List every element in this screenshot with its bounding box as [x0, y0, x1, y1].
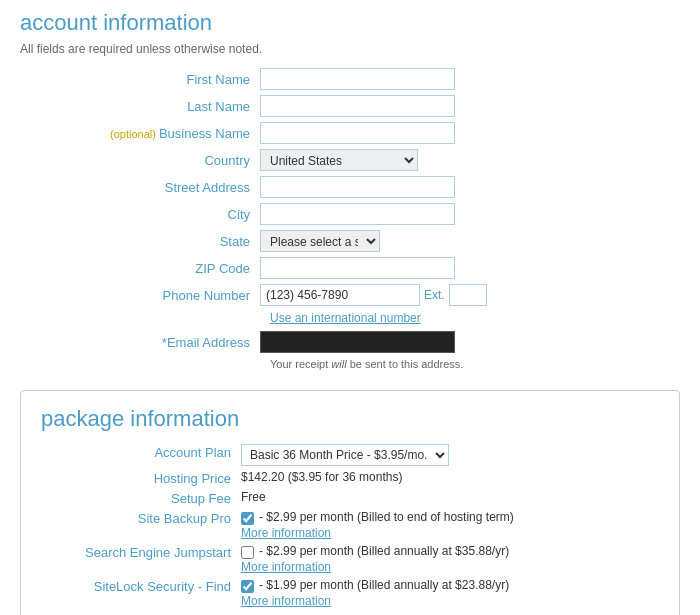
search-engine-label: Search Engine Jumpstart [41, 544, 241, 560]
state-row: State Please select a state [20, 230, 680, 252]
city-row: City [20, 203, 680, 225]
setup-fee-row: Setup Fee Free [41, 490, 659, 506]
sitelock-label: SiteLock Security - Find [41, 578, 241, 594]
country-select[interactable]: United States [260, 149, 418, 171]
email-address-label: *Email Address [20, 335, 260, 350]
country-row: Country United States [20, 149, 680, 171]
street-address-input[interactable] [260, 176, 455, 198]
search-engine-text: - $2.99 per month (Billed annually at $3… [259, 544, 509, 558]
site-backup-row: Site Backup Pro - $2.99 per month (Bille… [41, 510, 659, 540]
account-subtitle: All fields are required unless otherwise… [20, 42, 680, 56]
account-title: account information [20, 10, 680, 36]
intl-number-link[interactable]: Use an international number [270, 311, 680, 325]
search-engine-more-link[interactable]: More information [241, 560, 659, 574]
email-address-row: *Email Address [20, 331, 680, 353]
site-backup-text: - $2.99 per month (Billed to end of host… [259, 510, 514, 524]
ext-input[interactable] [449, 284, 487, 306]
first-name-label: First Name [20, 72, 260, 87]
setup-fee-value: Free [241, 490, 659, 504]
sitelock-text: - $1.99 per month (Billed annually at $2… [259, 578, 509, 592]
hosting-price-row: Hosting Price $142.20 ($3.95 for 36 mont… [41, 470, 659, 486]
account-plan-row: Account Plan Basic 36 Month Price - $3.9… [41, 444, 659, 466]
phone-number-row: Phone Number Ext. [20, 284, 680, 306]
sitelock-checkbox-row: - $1.99 per month (Billed annually at $2… [241, 578, 659, 593]
account-plan-value: Basic 36 Month Price - $3.95/mo. [241, 444, 659, 466]
site-backup-value: - $2.99 per month (Billed to end of host… [241, 510, 659, 540]
sitelock-checkbox[interactable] [241, 580, 254, 593]
phone-input[interactable] [260, 284, 420, 306]
street-address-label: Street Address [20, 180, 260, 195]
hosting-price-label: Hosting Price [41, 470, 241, 486]
search-engine-value: - $2.99 per month (Billed annually at $3… [241, 544, 659, 574]
email-input[interactable] [260, 331, 455, 353]
zip-code-label: ZIP Code [20, 261, 260, 276]
city-input[interactable] [260, 203, 455, 225]
last-name-label: Last Name [20, 99, 260, 114]
site-backup-checkbox-row: - $2.99 per month (Billed to end of host… [241, 510, 659, 525]
search-engine-checkbox[interactable] [241, 546, 254, 559]
package-title: package information [41, 406, 659, 432]
last-name-input[interactable] [260, 95, 455, 117]
country-label: Country [20, 153, 260, 168]
site-backup-label: Site Backup Pro [41, 510, 241, 526]
business-name-row: (optional)Business Name [20, 122, 680, 144]
sitelock-value: - $1.99 per month (Billed annually at $2… [241, 578, 659, 608]
business-name-input[interactable] [260, 122, 455, 144]
package-information-section: package information Account Plan Basic 3… [20, 390, 680, 615]
business-name-label: (optional)Business Name [20, 126, 260, 141]
search-engine-row: Search Engine Jumpstart - $2.99 per mont… [41, 544, 659, 574]
sitelock-more-link[interactable]: More information [241, 594, 659, 608]
first-name-row: First Name [20, 68, 680, 90]
zip-code-row: ZIP Code [20, 257, 680, 279]
account-plan-select[interactable]: Basic 36 Month Price - $3.95/mo. [241, 444, 449, 466]
hosting-price-value: $142.20 ($3.95 for 36 months) [241, 470, 659, 484]
ext-label: Ext. [424, 288, 445, 302]
zip-code-input[interactable] [260, 257, 455, 279]
site-backup-more-link[interactable]: More information [241, 526, 659, 540]
account-information-section: account information All fields are requi… [20, 10, 680, 370]
site-backup-checkbox[interactable] [241, 512, 254, 525]
optional-label: (optional) [110, 128, 156, 140]
last-name-row: Last Name [20, 95, 680, 117]
sitelock-row: SiteLock Security - Find - $1.99 per mon… [41, 578, 659, 608]
state-select[interactable]: Please select a state [260, 230, 380, 252]
state-label: State [20, 234, 260, 249]
phone-number-label: Phone Number [20, 288, 260, 303]
street-address-row: Street Address [20, 176, 680, 198]
email-note: Your receipt will be sent to this addres… [270, 358, 680, 370]
setup-fee-label: Setup Fee [41, 490, 241, 506]
first-name-input[interactable] [260, 68, 455, 90]
search-engine-checkbox-row: - $2.99 per month (Billed annually at $3… [241, 544, 659, 559]
account-plan-label: Account Plan [41, 444, 241, 460]
city-label: City [20, 207, 260, 222]
